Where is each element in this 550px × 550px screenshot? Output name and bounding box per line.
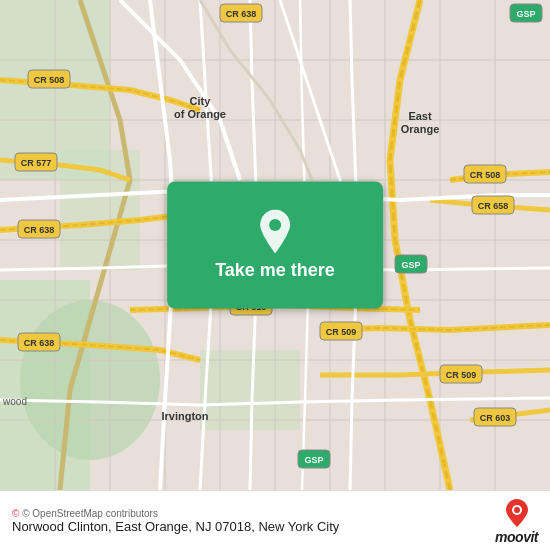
svg-point-56 — [269, 219, 281, 231]
bottom-bar: © © OpenStreetMap contributors Norwood C… — [0, 490, 550, 550]
address-text: Norwood Clinton, East Orange, NJ 07018, … — [12, 519, 495, 534]
svg-text:Orange: Orange — [401, 123, 440, 135]
svg-rect-4 — [200, 350, 300, 430]
svg-text:City: City — [190, 95, 212, 107]
svg-text:GSP: GSP — [516, 9, 535, 19]
take-me-there-label: Take me there — [215, 260, 335, 281]
svg-text:CR 638: CR 638 — [24, 338, 55, 348]
svg-text:Irvington: Irvington — [161, 410, 208, 422]
svg-point-58 — [514, 507, 520, 513]
svg-text:CR 638: CR 638 — [226, 9, 257, 19]
moovit-logo: moovit — [495, 497, 538, 545]
location-pin-icon — [257, 210, 293, 254]
svg-text:CR 658: CR 658 — [478, 201, 509, 211]
svg-text:wood: wood — [2, 396, 27, 407]
svg-text:of Orange: of Orange — [174, 108, 226, 120]
svg-text:GSP: GSP — [304, 455, 323, 465]
moovit-icon — [501, 497, 533, 529]
svg-text:CR 509: CR 509 — [446, 370, 477, 380]
svg-text:CR 603: CR 603 — [480, 413, 511, 423]
svg-text:CR 508: CR 508 — [470, 170, 501, 180]
moovit-text: moovit — [495, 529, 538, 545]
osm-credit: © © OpenStreetMap contributors — [12, 508, 495, 519]
svg-text:CR 508: CR 508 — [34, 75, 65, 85]
svg-text:GSP: GSP — [401, 260, 420, 270]
map-container: CR 508 CR 638 CR 577 CR 638 GSP CR 638 C… — [0, 0, 550, 490]
svg-text:CR 638: CR 638 — [24, 225, 55, 235]
osm-credit-text: © OpenStreetMap contributors — [22, 508, 158, 519]
svg-text:CR 509: CR 509 — [326, 327, 357, 337]
take-me-there-button[interactable]: Take me there — [167, 182, 383, 309]
svg-text:CR 577: CR 577 — [21, 158, 52, 168]
svg-text:East: East — [408, 110, 432, 122]
